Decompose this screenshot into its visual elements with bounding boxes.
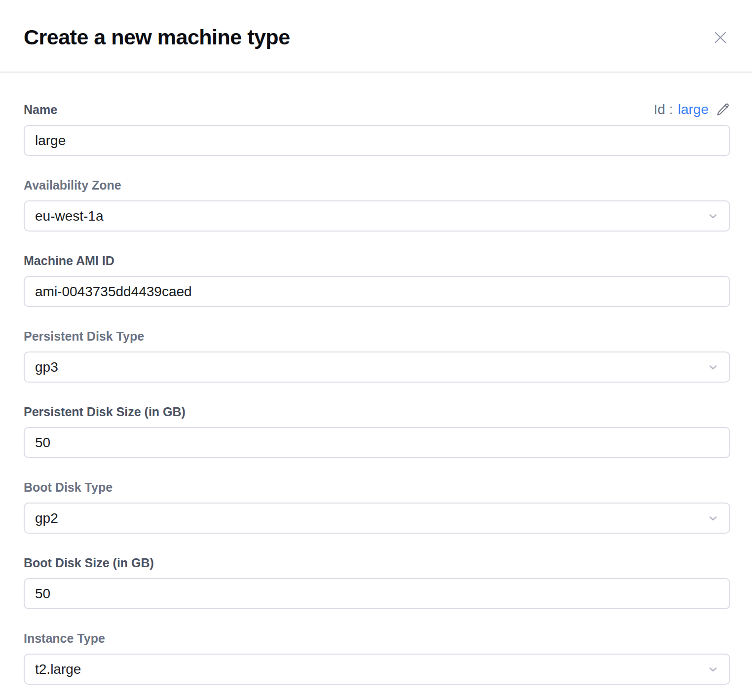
machine-ami-id-input[interactable] bbox=[24, 276, 730, 307]
instance-type-value: t2.large bbox=[35, 661, 81, 677]
close-button[interactable] bbox=[711, 28, 730, 47]
boot-disk-size-input[interactable] bbox=[24, 578, 730, 609]
modal-body: Name Id : large Availability Zone bbox=[0, 73, 752, 700]
instance-type-label: Instance Type bbox=[24, 631, 730, 646]
availability-zone-select[interactable]: eu-west-1a bbox=[24, 200, 730, 232]
create-machine-type-modal: Create a new machine type Name Id : larg… bbox=[0, 0, 752, 700]
persistent-disk-type-select[interactable]: gp3 bbox=[24, 351, 730, 383]
id-value: large bbox=[678, 102, 709, 117]
modal-title: Create a new machine type bbox=[24, 25, 290, 49]
field-name: Name Id : large bbox=[24, 102, 730, 156]
name-label-row: Name Id : large bbox=[24, 102, 730, 117]
field-availability-zone: Availability Zone eu-west-1a bbox=[24, 178, 730, 232]
persistent-disk-size-input[interactable] bbox=[24, 427, 730, 458]
chevron-down-icon bbox=[707, 361, 719, 373]
persistent-disk-type-value: gp3 bbox=[35, 359, 58, 375]
field-persistent-disk-size: Persistent Disk Size (in GB) bbox=[24, 404, 730, 458]
name-input[interactable] bbox=[24, 125, 730, 156]
modal-header: Create a new machine type bbox=[0, 0, 752, 73]
field-machine-ami-id: Machine AMI ID bbox=[24, 253, 730, 307]
availability-zone-label: Availability Zone bbox=[24, 178, 730, 193]
boot-disk-type-label: Boot Disk Type bbox=[24, 480, 730, 495]
boot-disk-type-value: gp2 bbox=[35, 510, 58, 526]
chevron-down-icon bbox=[707, 512, 719, 524]
field-boot-disk-size: Boot Disk Size (in GB) bbox=[24, 555, 730, 609]
id-prefix: Id : bbox=[654, 102, 673, 117]
pencil-icon bbox=[715, 102, 730, 117]
edit-id-button[interactable] bbox=[715, 102, 730, 117]
persistent-disk-size-label: Persistent Disk Size (in GB) bbox=[24, 404, 730, 419]
machine-id-display: Id : large bbox=[654, 102, 730, 117]
field-instance-type: Instance Type t2.large bbox=[24, 631, 730, 685]
name-label: Name bbox=[24, 102, 57, 117]
persistent-disk-type-label: Persistent Disk Type bbox=[24, 329, 730, 344]
chevron-down-icon bbox=[707, 663, 719, 675]
field-persistent-disk-type: Persistent Disk Type gp3 bbox=[24, 329, 730, 383]
instance-type-select[interactable]: t2.large bbox=[24, 654, 730, 685]
availability-zone-value: eu-west-1a bbox=[35, 208, 104, 224]
machine-ami-id-label: Machine AMI ID bbox=[24, 253, 730, 268]
chevron-down-icon bbox=[707, 210, 719, 222]
x-icon bbox=[713, 30, 728, 45]
boot-disk-size-label: Boot Disk Size (in GB) bbox=[24, 555, 730, 570]
field-boot-disk-type: Boot Disk Type gp2 bbox=[24, 480, 730, 534]
boot-disk-type-select[interactable]: gp2 bbox=[24, 503, 730, 534]
